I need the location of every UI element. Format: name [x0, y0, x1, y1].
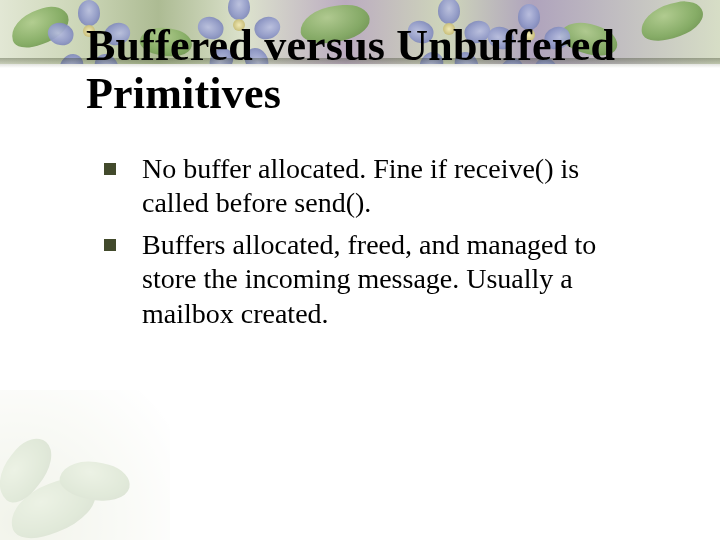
- bullet-item: No buffer allocated. Fine if receive() i…: [98, 152, 638, 220]
- slide-body: No buffer allocated. Fine if receive() i…: [98, 152, 638, 339]
- slide: Buffered versus Unbuffered Primitives No…: [0, 0, 720, 540]
- slide-title: Buffered versus Unbuffered Primitives: [86, 22, 646, 117]
- bullet-list: No buffer allocated. Fine if receive() i…: [98, 152, 638, 331]
- decorative-corner: [0, 390, 170, 540]
- bullet-item: Buffers allocated, freed, and managed to…: [98, 228, 638, 330]
